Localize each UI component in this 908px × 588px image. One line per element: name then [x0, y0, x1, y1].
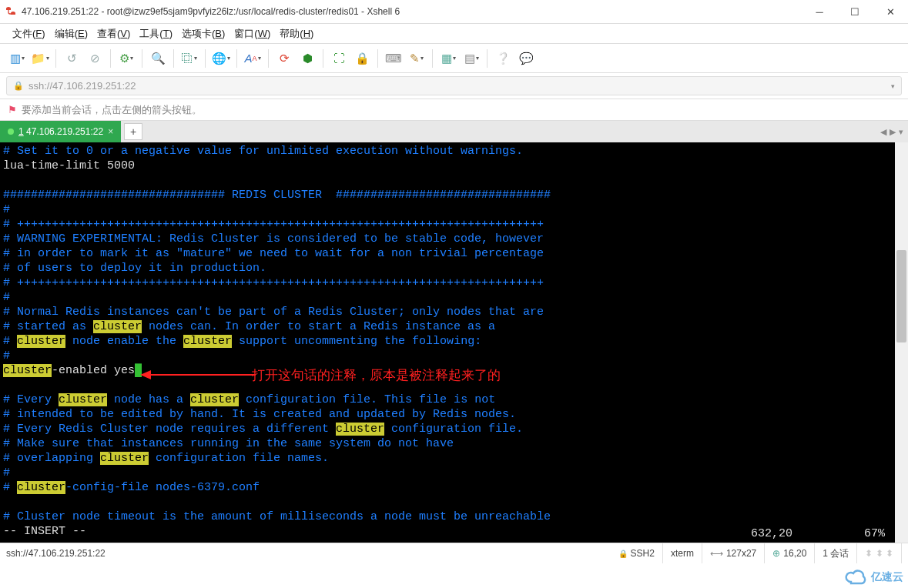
term-line: -enabled yes — [52, 364, 135, 377]
separator — [432, 49, 433, 68]
hl-cluster: cluster — [93, 320, 142, 333]
tabbar: 1 47.106.219.251:22 × + ◀ ▶ ▾ — [0, 121, 908, 142]
term-line: configuration file names. — [149, 452, 329, 465]
term-line: # overlapping — [3, 452, 100, 465]
terminal-cursor: █ — [135, 364, 142, 377]
addressbar: 🔒 ssh://47.106.219.251:22 ▾ — [0, 73, 908, 99]
separator — [173, 49, 174, 68]
term-line: # Every — [3, 393, 59, 406]
hl-cluster: cluster — [100, 452, 149, 465]
term-line: configuration file. This file is not — [239, 393, 495, 406]
app-logo-icon — [5, 5, 17, 18]
profile-icon[interactable]: ⚙▾ — [116, 48, 137, 69]
copy-icon[interactable]: ⿻▾ — [179, 48, 200, 69]
reconnect-icon[interactable]: ↺ — [61, 48, 82, 69]
menu-tools[interactable]: 工具(T) — [139, 27, 173, 41]
terminal-area: # Set it to 0 or a negative value for un… — [0, 142, 908, 543]
window-title: 47.106.219.251:22 - root@izwz9ef5sjam9pv… — [22, 6, 802, 17]
term-line: configuration file. — [384, 423, 523, 436]
term-line: # intended to be edited by hand. It is c… — [3, 408, 516, 421]
term-line: # in order to mark it as "mature" we nee… — [3, 247, 544, 260]
term-line: # Set it to 0 or a negative value for un… — [3, 145, 523, 158]
terminal[interactable]: # Set it to 0 or a negative value for un… — [0, 142, 895, 543]
hintbar: ⚑ 要添加当前会话，点击左侧的箭头按钮。 — [0, 99, 908, 121]
tab-nav: ◀ ▶ ▾ — [880, 121, 903, 142]
minimize-button[interactable]: ─ — [802, 0, 837, 23]
xshell-green-icon[interactable]: ⬢ — [297, 48, 318, 69]
menubar: 文件(F) 编辑(E) 查看(V) 工具(T) 选项卡(B) 窗口(W) 帮助(… — [0, 24, 908, 44]
window-controls: ─ ☐ ✕ — [802, 0, 908, 23]
globe-icon[interactable]: 🌐▾ — [210, 48, 232, 69]
maximize-button[interactable]: ☐ — [837, 0, 873, 23]
scrollbar-thumb[interactable] — [896, 250, 906, 342]
separator — [236, 49, 237, 68]
close-button[interactable]: ✕ — [873, 0, 908, 23]
hint-flag-icon: ⚑ — [8, 104, 17, 115]
hl-cluster: cluster — [183, 335, 232, 348]
lock-icon: 🔒 — [13, 81, 24, 91]
tab-close-icon[interactable]: × — [108, 126, 113, 137]
chat-icon[interactable]: 💬 — [515, 48, 537, 69]
hl-cluster: cluster — [59, 393, 107, 406]
terminal-scrollbar[interactable] — [895, 142, 908, 543]
tile-icon[interactable]: ▦▾ — [437, 48, 459, 69]
separator — [110, 49, 111, 68]
term-line: ################################ REDIS C… — [3, 189, 551, 202]
term-line: lua-time-limit 5000 — [3, 159, 135, 172]
hl-cluster: cluster — [17, 335, 65, 348]
term-line: # ++++++++++++++++++++++++++++++++++++++… — [3, 218, 544, 231]
separator — [55, 49, 56, 68]
term-line: # — [3, 203, 10, 216]
term-line: # — [3, 335, 17, 348]
font-icon[interactable]: AA▾ — [242, 48, 263, 69]
menu-edit[interactable]: 编辑(E) — [55, 27, 88, 41]
tab-add-button[interactable]: + — [124, 123, 142, 140]
tab-menu-icon[interactable]: ▾ — [899, 127, 903, 137]
xshell-red-icon[interactable]: ⟳ — [273, 48, 295, 69]
tab-prev-icon[interactable]: ◀ — [880, 127, 886, 137]
highlight-icon[interactable]: ✎▾ — [406, 48, 427, 69]
term-line: # — [3, 481, 17, 494]
term-line: node has a — [107, 393, 190, 406]
tab-label: 47.106.219.251:22 — [26, 126, 103, 137]
tab-next-icon[interactable]: ▶ — [890, 127, 896, 137]
help-icon[interactable]: ❔ — [492, 48, 514, 69]
hl-cluster: cluster — [3, 364, 52, 377]
menu-tabs[interactable]: 选项卡(B) — [182, 27, 225, 41]
vim-status-pos: 632,20 — [751, 526, 792, 541]
new-session-icon[interactable]: ▥▾ — [6, 48, 28, 69]
disconnect-icon[interactable]: ⊘ — [84, 48, 106, 69]
fullscreen-icon[interactable]: ⛶ — [328, 48, 350, 69]
address-url: ssh://47.106.219.251:22 — [28, 80, 136, 92]
address-dropdown-icon[interactable]: ▾ — [886, 82, 895, 90]
address-field[interactable]: 🔒 ssh://47.106.219.251:22 ▾ — [6, 76, 902, 95]
term-line: # — [3, 466, 10, 479]
search-icon[interactable]: 🔍 — [147, 48, 169, 69]
status-sessions: 1 会话 — [815, 543, 857, 563]
keyboard-icon[interactable]: ⌨ — [383, 48, 404, 69]
term-line: # started as — [3, 320, 93, 333]
status-address: ssh://47.106.219.251:22 — [6, 543, 113, 563]
menu-help[interactable]: 帮助(H) — [280, 27, 313, 41]
menu-window[interactable]: 窗口(W) — [234, 27, 270, 41]
separator — [323, 49, 323, 68]
open-icon[interactable]: 📁▾ — [29, 48, 51, 69]
session-tab-1[interactable]: 1 47.106.219.251:22 × — [0, 121, 121, 142]
term-line: -config-file nodes-6379.conf — [65, 481, 260, 494]
statusbar: ssh://47.106.219.251:22 🔒SSH2 xterm ⟷ 12… — [0, 543, 908, 563]
menu-file[interactable]: 文件(F) — [12, 27, 45, 41]
separator — [142, 49, 142, 68]
tab-status-icon — [8, 129, 14, 135]
status-caps: ⬍ ⬍ ⬍ — [857, 543, 902, 563]
lock-icon[interactable]: 🔒 — [351, 48, 373, 69]
term-line: # — [3, 291, 10, 304]
hl-cluster: cluster — [190, 393, 239, 406]
lock-icon: 🔒 — [618, 550, 628, 558]
separator — [487, 49, 488, 68]
term-line: nodes can. In order to start a Redis ins… — [142, 320, 495, 333]
status-proto: 🔒SSH2 — [611, 543, 663, 563]
term-line: # Cluster node timeout is the amount of … — [3, 510, 551, 523]
separator — [377, 49, 378, 68]
menu-view[interactable]: 查看(V) — [97, 27, 130, 41]
layout-icon[interactable]: ▤▾ — [461, 48, 482, 69]
